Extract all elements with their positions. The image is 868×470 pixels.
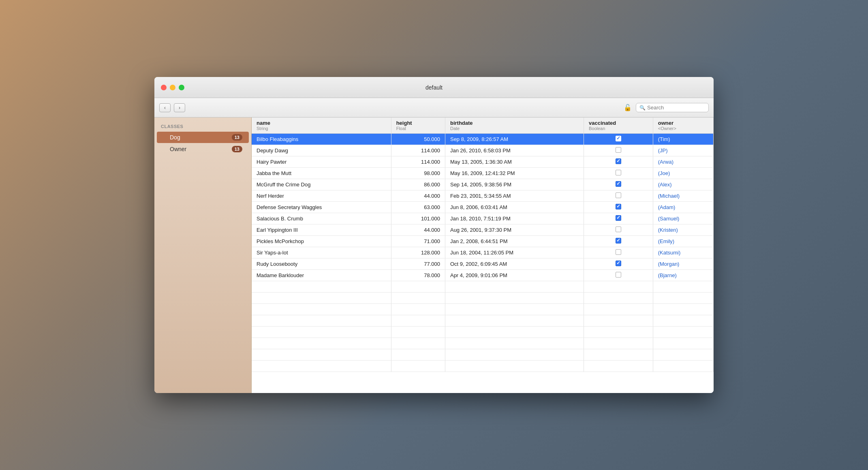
cell-owner[interactable]: (JP) (653, 145, 713, 156)
col-vaccinated[interactable]: vaccinated Boolean (584, 118, 653, 134)
close-button[interactable] (161, 85, 167, 90)
vaccinated-checkbox[interactable] (616, 192, 621, 198)
empty-row (252, 349, 714, 361)
col-owner[interactable]: owner <Owner> (653, 118, 713, 134)
cell-name: Sir Yaps-a-lot (252, 247, 391, 258)
table-row[interactable]: Deputy Dawg114.000Jan 26, 2010, 6:58:03 … (252, 145, 714, 156)
vaccinated-checkbox[interactable] (616, 170, 621, 175)
vaccinated-checkbox[interactable] (616, 238, 621, 244)
cell-height: 98.000 (391, 168, 445, 179)
owner-link[interactable]: (Arwa) (658, 159, 673, 165)
vaccinated-checkbox[interactable] (616, 204, 621, 209)
vaccinated-checkbox[interactable] (616, 272, 621, 278)
cell-vaccinated[interactable] (584, 224, 653, 236)
forward-button[interactable]: › (174, 103, 185, 112)
vaccinated-checkbox[interactable] (616, 147, 621, 153)
table-row[interactable]: Earl Yippington III44.000Aug 26, 2001, 9… (252, 224, 714, 236)
cell-vaccinated[interactable] (584, 270, 653, 281)
cell-birthdate: Jan 26, 2010, 6:58:03 PM (445, 145, 584, 156)
cell-name: Nerf Herder (252, 190, 391, 202)
cell-vaccinated[interactable] (584, 179, 653, 190)
cell-vaccinated[interactable] (584, 258, 653, 270)
col-height[interactable]: height Float (391, 118, 445, 134)
col-name[interactable]: name String (252, 118, 391, 134)
cell-height: 114.000 (391, 156, 445, 168)
cell-name: Defense Secretary Waggles (252, 202, 391, 213)
cell-height: 77.000 (391, 258, 445, 270)
cell-owner[interactable]: (Emily) (653, 236, 713, 247)
main-window: default ‹ › 🔓 🔍 CLASSES Dog 13 Own (154, 77, 714, 393)
owner-link[interactable]: (Morgan) (658, 261, 680, 267)
table-header-row: name String height Float birthdate Date (252, 118, 714, 134)
table-row[interactable]: Sir Yaps-a-lot128.000Jun 18, 2004, 11:26… (252, 247, 714, 258)
table-row[interactable]: Defense Secretary Waggles63.000Jun 8, 20… (252, 202, 714, 213)
minimize-button[interactable] (170, 85, 175, 90)
cell-height: 128.000 (391, 247, 445, 258)
cell-owner[interactable]: (Kristen) (653, 224, 713, 236)
table-row[interactable]: Jabba the Mutt98.000May 16, 2009, 12:41:… (252, 168, 714, 179)
cell-name: Rudy Loosebooty (252, 258, 391, 270)
owner-link[interactable]: (Joe) (658, 170, 670, 176)
vaccinated-checkbox[interactable] (616, 181, 621, 187)
back-button[interactable]: ‹ (159, 103, 171, 112)
cell-owner[interactable]: (Adam) (653, 202, 713, 213)
owner-link[interactable]: (Alex) (658, 182, 672, 188)
cell-height: 44.000 (391, 224, 445, 236)
toolbar: ‹ › 🔓 🔍 (154, 98, 714, 118)
owner-link[interactable]: (Bjarne) (658, 272, 677, 278)
cell-owner[interactable]: (Tim) (653, 134, 713, 145)
col-birthdate[interactable]: birthdate Date (445, 118, 584, 134)
cell-vaccinated[interactable] (584, 145, 653, 156)
sidebar-item-dog[interactable]: Dog 13 (157, 132, 249, 143)
vaccinated-checkbox[interactable] (616, 226, 621, 232)
cell-owner[interactable]: (Alex) (653, 179, 713, 190)
cell-vaccinated[interactable] (584, 190, 653, 202)
cell-vaccinated[interactable] (584, 168, 653, 179)
owner-link[interactable]: (Emily) (658, 238, 674, 244)
table-row[interactable]: Rudy Loosebooty77.000Oct 9, 2002, 6:09:4… (252, 258, 714, 270)
main-content: CLASSES Dog 13 Owner 13 name String (154, 118, 714, 393)
cell-vaccinated[interactable] (584, 156, 653, 168)
cell-owner[interactable]: (Michael) (653, 190, 713, 202)
vaccinated-checkbox[interactable] (616, 249, 621, 255)
cell-vaccinated[interactable] (584, 134, 653, 145)
cell-name: McGruff the Crime Dog (252, 179, 391, 190)
sidebar-item-owner-badge: 13 (232, 146, 242, 152)
vaccinated-checkbox[interactable] (616, 136, 621, 141)
cell-owner[interactable]: (Samuel) (653, 213, 713, 224)
table-container[interactable]: name String height Float birthdate Date (252, 118, 714, 393)
cell-vaccinated[interactable] (584, 202, 653, 213)
search-input[interactable] (647, 105, 705, 111)
cell-name: Deputy Dawg (252, 145, 391, 156)
owner-link[interactable]: (Katsumi) (658, 250, 681, 256)
owner-link[interactable]: (Samuel) (658, 216, 680, 222)
owner-link[interactable]: (JP) (658, 147, 668, 154)
table-row[interactable]: Pickles McPorkchop71.000Jan 2, 2008, 6:4… (252, 236, 714, 247)
sidebar-item-owner[interactable]: Owner 13 (157, 143, 249, 155)
cell-vaccinated[interactable] (584, 247, 653, 258)
owner-link[interactable]: (Michael) (658, 193, 680, 199)
cell-owner[interactable]: (Joe) (653, 168, 713, 179)
cell-owner[interactable]: (Morgan) (653, 258, 713, 270)
table-row[interactable]: Madame Barklouder78.000Apr 4, 2009, 9:01… (252, 270, 714, 281)
table-row[interactable]: Nerf Herder44.000Feb 23, 2001, 5:34:55 A… (252, 190, 714, 202)
cell-owner[interactable]: (Arwa) (653, 156, 713, 168)
vaccinated-checkbox[interactable] (616, 158, 621, 164)
table-row[interactable]: Hairy Pawter114.000May 13, 2005, 1:36:30… (252, 156, 714, 168)
owner-link[interactable]: (Tim) (658, 136, 670, 142)
titlebar: default (154, 77, 714, 98)
maximize-button[interactable] (179, 85, 184, 90)
table-row[interactable]: McGruff the Crime Dog86.000Sep 14, 2005,… (252, 179, 714, 190)
cell-vaccinated[interactable] (584, 236, 653, 247)
table-row[interactable]: Salacious B. Crumb101.000Jan 18, 2010, 7… (252, 213, 714, 224)
owner-link[interactable]: (Adam) (658, 204, 676, 210)
cell-owner[interactable]: (Bjarne) (653, 270, 713, 281)
cell-height: 86.000 (391, 179, 445, 190)
vaccinated-checkbox[interactable] (616, 261, 621, 266)
cell-owner[interactable]: (Katsumi) (653, 247, 713, 258)
vaccinated-checkbox[interactable] (616, 215, 621, 221)
cell-vaccinated[interactable] (584, 213, 653, 224)
table-row[interactable]: Bilbo Fleabaggins50.000Sep 8, 2009, 8:26… (252, 134, 714, 145)
search-box[interactable]: 🔍 (636, 103, 709, 112)
owner-link[interactable]: (Kristen) (658, 227, 678, 233)
